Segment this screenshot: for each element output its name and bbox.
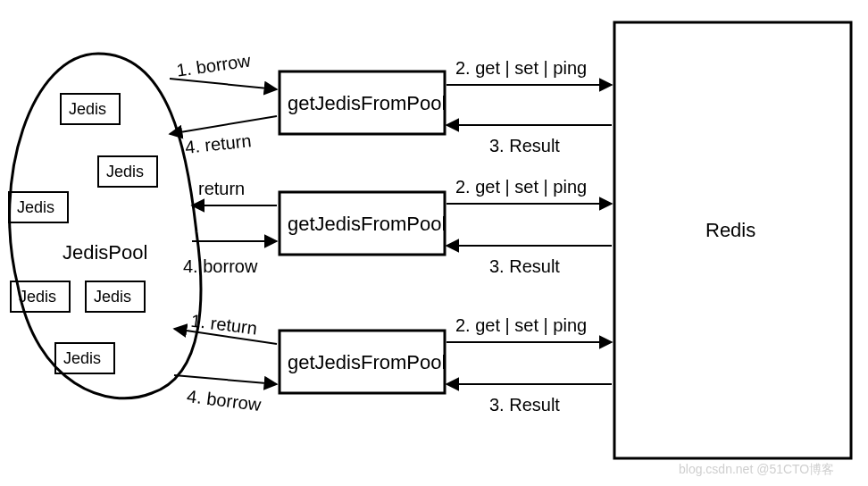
svg-text:3. Result: 3. Result [489, 395, 560, 415]
svg-text:2. get | set | ping: 2. get | set | ping [455, 315, 587, 335]
svg-text:4. borrow: 4. borrow [186, 386, 263, 415]
pool-label: JedisPool [63, 241, 147, 264]
svg-text:4. borrow: 4. borrow [183, 256, 258, 276]
svg-text:Jedis: Jedis [106, 163, 144, 180]
arrow-borrow-3 [174, 375, 277, 384]
svg-text:Jedis: Jedis [19, 288, 56, 306]
svg-text:Jedis: Jedis [94, 288, 131, 306]
svg-text:2. get | set | ping: 2. get | set | ping [455, 177, 587, 197]
svg-text:1. return: 1. return [190, 311, 259, 339]
svg-text:getJedisFromPool: getJedisFromPool [288, 351, 446, 373]
svg-text:return: return [198, 179, 245, 198]
svg-text:3. Result: 3. Result [489, 136, 560, 155]
svg-text:1. borrow: 1. borrow [175, 50, 252, 80]
svg-text:getJedisFromPool: getJedisFromPool [288, 213, 446, 235]
jedis-box: Jedis [11, 281, 70, 312]
svg-text:4. return: 4. return [184, 130, 252, 157]
jedis-box: Jedis [55, 343, 114, 373]
jedis-box: Jedis [86, 281, 145, 312]
jedis-pool: JedisPool Jedis Jedis Jedis Jedis Jedis … [9, 54, 201, 398]
arrow-borrow-1 [170, 79, 277, 89]
jedis-box: Jedis [9, 192, 68, 222]
worker-box-2: getJedisFromPool [280, 192, 446, 255]
svg-text:3. Result: 3. Result [489, 256, 560, 276]
jedis-pool-diagram: JedisPool Jedis Jedis Jedis Jedis Jedis … [0, 0, 868, 486]
svg-text:getJedisFromPool: getJedisFromPool [288, 92, 446, 114]
watermark: blog.csdn.net @51CTO博客 [679, 462, 834, 476]
svg-text:Redis: Redis [705, 219, 755, 241]
redis-box: Redis [614, 22, 851, 458]
jedis-box: Jedis [98, 156, 157, 187]
worker-box-1: getJedisFromPool [280, 71, 446, 134]
svg-text:Jedis: Jedis [69, 100, 106, 118]
svg-text:Jedis: Jedis [63, 349, 101, 367]
svg-text:2. get | set | ping: 2. get | set | ping [455, 58, 587, 78]
jedis-box: Jedis [61, 94, 120, 124]
arrow-return-1 [170, 116, 277, 134]
worker-box-3: getJedisFromPool [280, 331, 446, 393]
svg-text:Jedis: Jedis [17, 198, 54, 216]
